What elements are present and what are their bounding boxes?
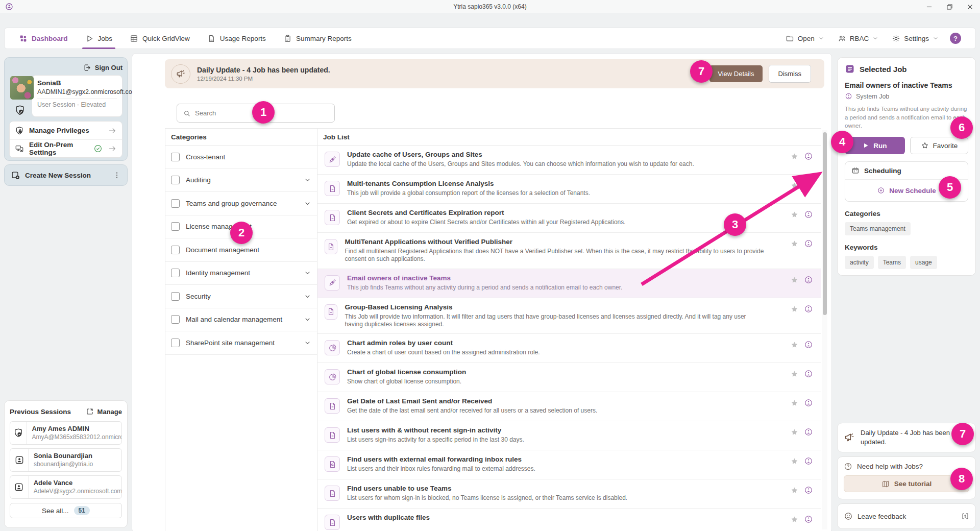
kebab-menu-icon[interactable] [113, 171, 121, 179]
job-info-icon[interactable] [804, 427, 813, 437]
help-button[interactable]: ? [950, 33, 961, 44]
favorite-star-icon[interactable] [790, 152, 799, 161]
job-list-item[interactable]: Group-Based Licensing Analysis This Job … [317, 298, 821, 334]
job-info-icon[interactable] [804, 181, 813, 190]
chevron-down-icon[interactable] [304, 293, 311, 300]
nav-tab[interactable]: Summary Reports [283, 34, 352, 43]
session-type-icon [13, 428, 23, 438]
job-info-icon[interactable] [804, 456, 813, 466]
chevron-down-icon[interactable] [304, 316, 311, 323]
favorite-star-icon[interactable] [790, 305, 799, 313]
manage-privileges-button[interactable]: Manage Privileges [10, 122, 122, 139]
see-tutorial-button[interactable]: See tutorial [844, 475, 969, 492]
job-list-item[interactable]: MultiTenant Applications without Verifie… [317, 233, 821, 269]
job-list-item[interactable]: List users with & without recent sign-in… [317, 421, 821, 450]
favorite-star-icon[interactable] [790, 399, 799, 407]
category-row[interactable]: Teams and group governance [165, 192, 317, 215]
category-checkbox[interactable] [171, 292, 180, 301]
chevron-down-icon[interactable] [304, 339, 311, 347]
nav-action-button[interactable]: Open [786, 34, 824, 43]
favorite-button[interactable]: Favorite [910, 137, 968, 154]
job-list-item[interactable]: Users with duplicate files [317, 509, 821, 531]
nav-tab[interactable]: Dashboard [19, 34, 68, 43]
category-row[interactable]: Cross-tenant [165, 146, 317, 169]
category-checkbox[interactable] [171, 315, 180, 324]
job-list-item[interactable]: Find users unable to use Teams List user… [317, 479, 821, 509]
sign-out-button[interactable]: Sign Out [9, 62, 122, 73]
expand-panel-icon[interactable] [961, 512, 969, 520]
minimize-button[interactable] [919, 0, 939, 13]
job-list-item[interactable]: Chart admin roles by user count Create a… [317, 334, 821, 363]
category-row[interactable]: Security [165, 285, 317, 308]
dismiss-button[interactable]: Dismiss [769, 65, 812, 83]
job-info-icon[interactable] [804, 304, 813, 313]
category-checkbox[interactable] [171, 176, 180, 184]
run-button[interactable]: Run [845, 137, 905, 154]
search-input[interactable] [195, 109, 334, 117]
category-label: Auditing [186, 176, 211, 184]
chevron-down-icon[interactable] [304, 269, 311, 277]
chevron-down-icon[interactable] [304, 176, 311, 184]
job-list-item[interactable]: Multi-tenants Consumption License Analys… [317, 175, 821, 204]
favorite-star-icon[interactable] [790, 428, 799, 437]
job-list-item[interactable]: Email owners of inactive Teams This job … [317, 269, 821, 298]
job-list-item[interactable]: Client Secrets and Certificates Expirati… [317, 204, 821, 233]
favorite-star-icon[interactable] [790, 341, 799, 349]
category-checkbox[interactable] [171, 153, 180, 161]
nav-action-button[interactable]: RBAC [838, 34, 879, 43]
category-row[interactable]: Document management [165, 238, 317, 262]
category-checkbox[interactable] [171, 246, 180, 254]
previous-session-item[interactable]: Adele Vance AdeleV@sygx2.onmicrosoft.com [10, 475, 122, 499]
category-row[interactable]: SharePoint site management [165, 331, 317, 355]
daily-update-card[interactable]: Daily Update - 4 Job has been updated. [837, 423, 976, 452]
category-row[interactable]: Mail and calendar management [165, 308, 317, 332]
category-row[interactable]: License management [165, 215, 317, 239]
job-list-item[interactable]: Update cache of Users, Groups and Sites … [317, 146, 821, 175]
restore-button[interactable] [939, 0, 960, 13]
favorite-star-icon[interactable] [790, 276, 799, 284]
category-row[interactable]: Auditing [165, 169, 317, 192]
nav-tab[interactable]: Usage Reports [207, 34, 266, 43]
category-checkbox[interactable] [171, 199, 180, 208]
manage-sessions-button[interactable]: Manage [86, 407, 122, 416]
category-row[interactable]: Identity management [165, 262, 317, 285]
nav-action-button[interactable]: Settings [892, 34, 939, 43]
job-list-item[interactable]: Get Date of Last Email Sent and/or Recei… [317, 392, 821, 421]
job-info-icon[interactable] [804, 210, 813, 219]
favorite-star-icon[interactable] [790, 210, 799, 219]
job-list-scrollbar[interactable] [822, 130, 827, 529]
nav-tab[interactable]: Quick GridView [130, 34, 190, 43]
job-info-icon[interactable] [804, 515, 813, 524]
view-details-button[interactable]: View Details [709, 65, 762, 82]
category-checkbox[interactable] [171, 222, 180, 231]
new-schedule-button[interactable]: New Schedule [845, 180, 968, 201]
selected-job-title: Email owners of inactive Teams [845, 81, 968, 89]
job-info-icon[interactable] [804, 275, 813, 284]
favorite-star-icon[interactable] [790, 181, 799, 190]
job-list-item[interactable]: Chart of global license consumption Show… [317, 363, 821, 392]
job-info-icon[interactable] [804, 340, 813, 349]
favorite-star-icon[interactable] [790, 239, 799, 248]
job-info-icon[interactable] [804, 239, 813, 248]
leave-feedback-card[interactable]: Leave feedback [837, 503, 976, 529]
close-button[interactable] [960, 0, 980, 13]
previous-session-item[interactable]: Sonia Bounardjian sbounardjian@ytria.io [10, 448, 122, 472]
previous-session-item[interactable]: Amy Ames ADMIN AmyA@M365x85832012.onmicr… [10, 421, 122, 445]
see-all-sessions-button[interactable]: See all... 51 [10, 503, 122, 518]
job-list-item[interactable]: Find users with external email forwardin… [317, 450, 821, 479]
favorite-star-icon[interactable] [790, 486, 799, 495]
favorite-star-icon[interactable] [790, 457, 799, 466]
scrollbar-thumb[interactable] [823, 132, 827, 315]
edit-onprem-settings-button[interactable]: Edit On-Prem Settings [10, 139, 122, 157]
category-checkbox[interactable] [171, 269, 180, 277]
create-new-session-button[interactable]: Create New Session [4, 164, 128, 186]
job-info-icon[interactable] [804, 369, 813, 378]
category-checkbox[interactable] [171, 339, 180, 347]
job-info-icon[interactable] [804, 152, 813, 161]
nav-tab[interactable]: Jobs [85, 34, 113, 43]
favorite-star-icon[interactable] [790, 370, 799, 378]
favorite-star-icon[interactable] [790, 515, 799, 524]
chevron-down-icon[interactable] [304, 200, 311, 207]
job-info-icon[interactable] [804, 398, 813, 407]
job-info-icon[interactable] [804, 486, 813, 495]
